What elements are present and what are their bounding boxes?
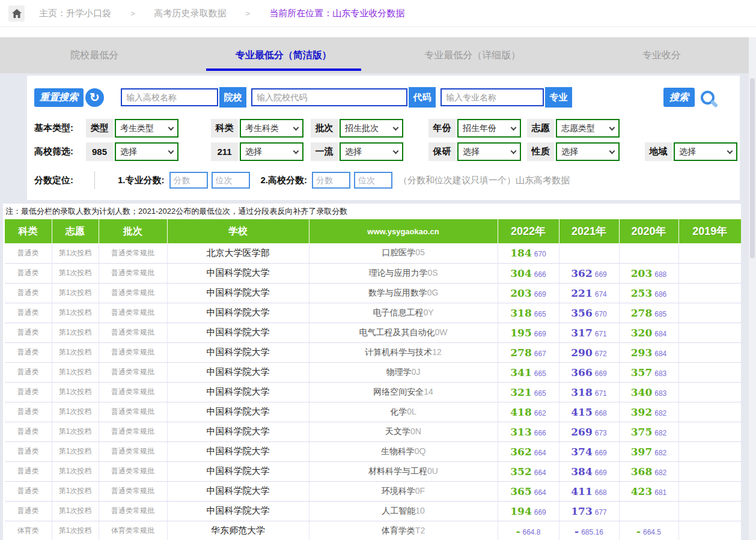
major-cell: 环境科学0F bbox=[309, 481, 498, 501]
school-cell: 中国科学院大学 bbox=[167, 283, 309, 303]
score-cell-2021: 317671 bbox=[559, 323, 619, 342]
school-name-input[interactable] bbox=[121, 88, 218, 106]
batch-cell: 体育类常规批 bbox=[99, 521, 167, 540]
header-cell-3: 学校 bbox=[167, 219, 309, 243]
region-select[interactable]: 选择 bbox=[674, 142, 737, 161]
category-cell: 普通类 bbox=[5, 342, 52, 362]
score-cell-2020 bbox=[619, 501, 678, 521]
score-cell-2020: 278685 bbox=[619, 303, 678, 323]
breadcrumb-history-data[interactable]: 高考历史录取数据 bbox=[154, 8, 227, 19]
subject-tag: 科类 bbox=[211, 119, 238, 138]
scrollbar-track[interactable] bbox=[749, 37, 756, 540]
score-cell-2022: 318665 bbox=[498, 303, 559, 323]
magnifier-icon[interactable] bbox=[701, 91, 715, 105]
search-button[interactable]: 搜索 bbox=[663, 88, 695, 107]
header-cell-0: 科类 bbox=[5, 219, 52, 243]
score-cell-2022: 352664 bbox=[498, 461, 559, 481]
filter-card: 重置搜索 ↻ 院校 代码 专业 搜索 基本类型: 类型 考生类型 科类 考生科类… bbox=[27, 76, 740, 200]
vertical-divider bbox=[94, 171, 95, 189]
major-cell: 材料科学与工程0U bbox=[309, 461, 498, 481]
breadcrumb-separator: > bbox=[130, 9, 135, 18]
score-cell-2020: 375682 bbox=[619, 422, 678, 441]
school-search-button[interactable]: 院校 bbox=[219, 87, 246, 108]
score-cell-2022: 195669 bbox=[498, 323, 559, 342]
major-rank-input[interactable] bbox=[212, 172, 250, 189]
table-row: 普通类第1次投档普通类常规批中国科学院大学环境科学0F3656644116684… bbox=[5, 481, 741, 501]
school-rank-input[interactable] bbox=[354, 172, 392, 189]
header-cell-7: 2020年 bbox=[619, 219, 678, 243]
scrollbar-thumb[interactable] bbox=[750, 78, 755, 258]
tab-major-min-score-simple[interactable]: 专业最低分（简洁版） bbox=[189, 37, 379, 73]
dispatch-cell: 第1次投档 bbox=[52, 422, 99, 441]
school-score-group-label: 2.高校分数: bbox=[261, 175, 308, 186]
chevron-down-icon bbox=[727, 148, 733, 154]
select-211[interactable]: 选择 bbox=[240, 142, 303, 161]
type-select[interactable]: 考生类型 bbox=[115, 119, 178, 138]
school-cell: 中国科学院大学 bbox=[167, 441, 309, 461]
tab-major-score[interactable]: 专业收分 bbox=[567, 37, 756, 73]
major-name-input[interactable] bbox=[440, 88, 544, 106]
school-cell: 中国科学院大学 bbox=[167, 422, 309, 441]
score-cell-2022: 184670 bbox=[498, 243, 559, 263]
score-cell-2019 bbox=[678, 402, 741, 422]
wish-tag: 志愿 bbox=[527, 119, 554, 138]
header-cell-2: 批次 bbox=[99, 219, 167, 243]
breadcrumb: 主页：升学小口袋 > 高考历史录取数据 > 当前所在位置：山东专业收分数据 bbox=[0, 0, 756, 27]
major-search-button[interactable]: 专业 bbox=[545, 87, 572, 108]
year-select[interactable]: 招生年份 bbox=[457, 119, 521, 138]
dispatch-cell: 第1次投档 bbox=[52, 323, 99, 342]
school-score-input[interactable] bbox=[312, 172, 350, 189]
batch-tag: 批次 bbox=[311, 119, 338, 138]
chevron-down-icon bbox=[511, 148, 517, 154]
batch-cell: 普通类常规批 bbox=[99, 362, 167, 382]
breadcrumb-home[interactable]: 主页：升学小口袋 bbox=[39, 8, 111, 19]
batch-cell: 普通类常规批 bbox=[99, 461, 167, 481]
tab-major-min-score-detailed[interactable]: 专业最低分（详细版） bbox=[378, 37, 567, 73]
school-code-input[interactable] bbox=[251, 88, 407, 106]
table-row: 普通类第1次投档普通类常规批北京大学医学部口腔医学05184670 bbox=[5, 243, 741, 263]
year-tag: 年份 bbox=[428, 119, 456, 138]
dispatch-cell: 第1次投档 bbox=[52, 243, 99, 263]
refresh-icon[interactable]: ↻ bbox=[85, 88, 104, 107]
category-cell: 普通类 bbox=[5, 461, 52, 481]
region-tag: 地域 bbox=[645, 142, 672, 161]
basic-type-label: 基本类型: bbox=[34, 123, 86, 134]
header-cell-8: 2019年 bbox=[678, 219, 741, 243]
scores-table: 科类志愿批次学校www.ysygaokao.cn2022年2021年2020年2… bbox=[5, 219, 741, 540]
filter-group-subject: 科类 考生科类 bbox=[211, 119, 311, 138]
major-cell: 人工智能10 bbox=[309, 501, 498, 521]
baoyan-select[interactable]: 选择 bbox=[457, 142, 521, 161]
table-row: 普通类第1次投档普通类常规批中国科学院大学电子信息工程0Y31866535667… bbox=[5, 303, 741, 323]
table-row: 普通类第1次投档普通类常规批中国科学院大学人工智能10194669173677 bbox=[5, 501, 741, 521]
school-cell: 中国科学院大学 bbox=[167, 382, 309, 402]
select-985[interactable]: 选择 bbox=[115, 142, 178, 161]
home-button[interactable] bbox=[8, 5, 25, 22]
major-cell: 物理学0J bbox=[309, 362, 498, 382]
score-cell-2019 bbox=[678, 382, 741, 402]
filter-grid: 基本类型: 类型 考生类型 科类 考生科类 批次 招生批次 年份 招生年份 志愿… bbox=[34, 119, 733, 161]
batch-select[interactable]: 招生批次 bbox=[340, 119, 403, 138]
category-cell: 普通类 bbox=[5, 323, 52, 342]
filter-group-batch: 批次 招生批次 bbox=[311, 119, 428, 138]
code-search-button[interactable]: 代码 bbox=[409, 87, 436, 108]
table-row: 普通类第1次投档普通类常规批中国科学院大学数学与应用数学0G2036692216… bbox=[5, 283, 741, 303]
school-cell: 中国科学院大学 bbox=[167, 501, 309, 521]
first-class-select[interactable]: 选择 bbox=[340, 142, 403, 161]
major-score-input[interactable] bbox=[169, 172, 208, 189]
score-cell-2021: 318671 bbox=[559, 382, 619, 402]
nature-select[interactable]: 选择 bbox=[556, 142, 620, 161]
table-section: 注：最低分栏的录取人数为计划人数；2021-2022公布的最低位次，通过分段表反… bbox=[3, 204, 741, 540]
tab-school-min-score[interactable]: 院校最低分 bbox=[0, 37, 189, 73]
score-position-row: 分数定位: 1.专业分数: 2.高校分数: （分数和位次建议只填一个）山东高考数… bbox=[34, 171, 733, 190]
score-cell-2019 bbox=[678, 263, 741, 283]
nature-tag: 性质 bbox=[527, 142, 554, 161]
school-cell: 中国科学院大学 bbox=[167, 342, 309, 362]
reset-search-button[interactable]: 重置搜索 bbox=[34, 88, 84, 107]
type-tag: 类型 bbox=[86, 119, 113, 138]
table-row: 普通类第1次投档普通类常规批中国科学院大学天文学0N31366626967337… bbox=[5, 422, 741, 441]
baoyan-tag: 保研 bbox=[428, 142, 456, 161]
score-position-label: 分数定位: bbox=[34, 175, 94, 186]
table-row: 普通类第1次投档普通类常规批中国科学院大学理论与应用力学0S3046663626… bbox=[5, 263, 741, 283]
wish-select[interactable]: 志愿类型 bbox=[556, 119, 620, 138]
subject-select[interactable]: 考生科类 bbox=[240, 119, 303, 138]
